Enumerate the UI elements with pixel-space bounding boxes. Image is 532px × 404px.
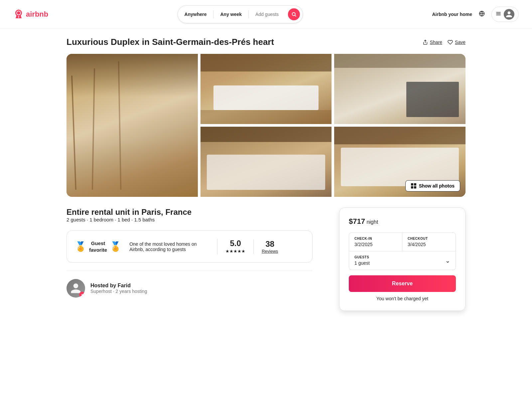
guest-favorite-description: One of the most loved homes on Airbnb, a…	[129, 241, 209, 252]
reserve-button[interactable]: Reserve	[349, 275, 456, 292]
guests-label: GUESTS	[354, 255, 370, 259]
checkout-cell[interactable]: CHECKOUT 3/4/2025	[402, 233, 456, 251]
save-button[interactable]: Save	[448, 40, 466, 45]
guest-favorite-card: 🏅 Guestfavorite 🏅 One of the most loved …	[66, 230, 313, 263]
share-label: Share	[430, 40, 442, 45]
photo-main[interactable]	[66, 54, 198, 197]
photo-grid: Show all photos	[66, 54, 466, 197]
save-label: Save	[455, 40, 466, 45]
superhost-label: Superhost	[90, 289, 112, 294]
checkout-label: CHECKOUT	[408, 237, 450, 240]
logo-text: airbnb	[26, 10, 48, 19]
guest-favorite-left: 🏅 Guestfavorite 🏅	[75, 240, 121, 253]
date-grid: CHECK-IN 3/2/2025 CHECKOUT 3/4/2025	[349, 232, 456, 251]
share-button[interactable]: Share	[423, 40, 442, 45]
guest-favorite-rating: 5.0 ★★★★★	[217, 239, 245, 254]
menu-button[interactable]	[491, 7, 519, 22]
title-actions: Share Save	[423, 40, 466, 45]
rating-score: 5.0	[225, 239, 245, 248]
search-anywhere[interactable]: Anywhere	[178, 10, 213, 18]
logo[interactable]: airbnb	[13, 9, 48, 20]
listing-meta: 2 guests · 1 bedroom · 1 bed · 1.5 baths	[66, 217, 313, 222]
guest-favorite-reviews: 38 Reviews	[253, 239, 278, 254]
hosted-by-label: Hosted by	[90, 283, 116, 288]
airbnb-home-link[interactable]: Airbnb your home	[432, 12, 472, 17]
rating-stars: ★★★★★	[225, 249, 245, 254]
search-add-guests[interactable]: Add guests	[249, 10, 285, 18]
photo-top-middle[interactable]	[200, 54, 332, 124]
host-sub: Superhost · 2 years hosting	[90, 289, 147, 294]
chevron-down-icon: ⌄	[445, 257, 450, 264]
guests-value: 1 guest	[354, 260, 370, 266]
reviews-label[interactable]: Reviews	[262, 249, 278, 254]
hamburger-icon	[496, 11, 501, 18]
checkin-label: CHECK-IN	[354, 237, 397, 240]
host-name-value: Farid	[118, 283, 131, 288]
guests-cell[interactable]: GUESTS 1 guest ⌄	[349, 251, 456, 270]
title-row: Luxurious Duplex in Saint-Germain-des-Pr…	[66, 37, 466, 47]
host-name: Hosted by Farid	[90, 283, 147, 289]
user-avatar	[504, 9, 514, 20]
host-row: ★ Hosted by Farid Superhost · 2 years ho…	[66, 271, 313, 298]
laurel-left-icon: 🏅	[75, 241, 86, 252]
show-all-photos-label: Show all photos	[419, 183, 455, 189]
host-info: Hosted by Farid Superhost · 2 years host…	[90, 283, 147, 294]
host-years: 2 years hosting	[116, 289, 147, 294]
listing-title: Luxurious Duplex in Saint-Germain-des-Pr…	[66, 37, 274, 47]
photo-grid-wrapper: Show all photos	[66, 54, 466, 197]
photo-bottom-right[interactable]: Show all photos	[334, 127, 466, 197]
photo-bottom-middle[interactable]	[200, 127, 332, 197]
svg-line-1	[295, 15, 296, 16]
show-all-photos-button[interactable]: Show all photos	[405, 180, 460, 192]
header: airbnb Anywhere Any week Add guests Airb…	[0, 0, 532, 29]
checkout-value: 3/4/2025	[408, 242, 450, 247]
host-avatar: ★	[66, 279, 85, 298]
globe-button[interactable]	[477, 9, 486, 20]
superhost-badge: ★	[79, 292, 85, 298]
main-layout: Entire rental unit in Paris, France 2 gu…	[66, 207, 466, 311]
booking-card: $717 night CHECK-IN 3/2/2025 CHECKOUT 3/…	[339, 207, 466, 311]
price-value: $717	[349, 217, 365, 225]
listing-left: Entire rental unit in Paris, France 2 gu…	[66, 207, 313, 298]
page-content: Luxurious Duplex in Saint-Germain-des-Pr…	[53, 29, 479, 319]
grid-icon	[411, 183, 416, 189]
search-button[interactable]	[288, 8, 300, 20]
checkin-cell[interactable]: CHECK-IN 3/2/2025	[349, 233, 402, 251]
guest-favorite-text: Guestfavorite	[89, 240, 107, 253]
guests-left: GUESTS 1 guest	[354, 255, 370, 266]
header-right: Airbnb your home	[432, 7, 519, 22]
price-row: $717 night	[349, 217, 456, 226]
no-charge-text: You won't be charged yet	[349, 296, 456, 301]
guest-favorite-title: Guestfavorite	[89, 240, 107, 253]
laurel-right-icon: 🏅	[110, 241, 121, 252]
search-any-week[interactable]: Any week	[213, 10, 248, 18]
checkin-value: 3/2/2025	[354, 242, 397, 247]
listing-subtitle: Entire rental unit in Paris, France	[66, 207, 313, 217]
per-night-label: night	[366, 219, 378, 225]
photo-top-right[interactable]	[334, 54, 466, 124]
search-bar: Anywhere Any week Add guests	[178, 5, 303, 23]
reviews-count: 38	[262, 239, 278, 249]
